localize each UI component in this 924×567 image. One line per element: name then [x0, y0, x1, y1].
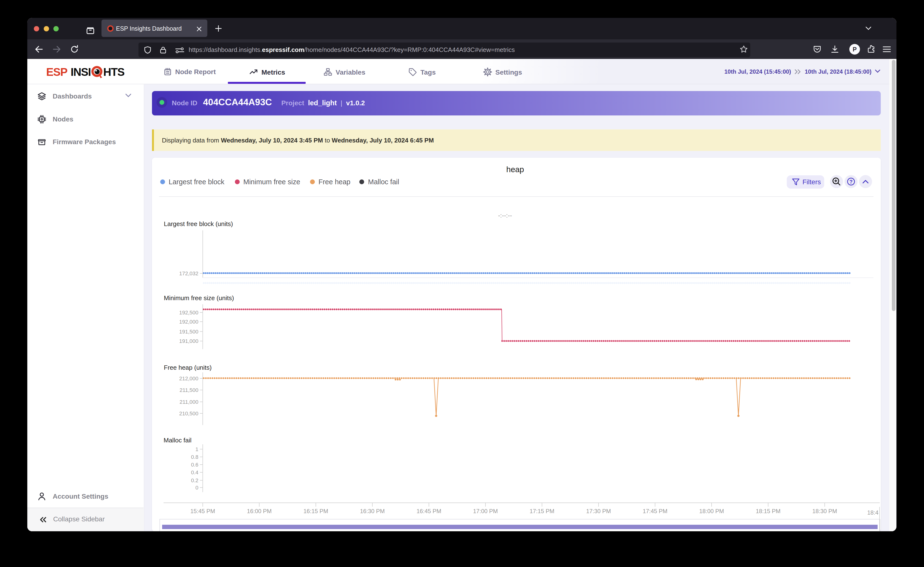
svg-text:16:30 PM: 16:30 PM [360, 508, 385, 514]
svg-text:211,500: 211,500 [180, 387, 198, 393]
svg-text:18:30 PM: 18:30 PM [812, 508, 837, 514]
svg-text:18:15 PM: 18:15 PM [756, 508, 781, 514]
svg-text:0.8: 0.8 [191, 454, 198, 460]
svg-text:17:15 PM: 17:15 PM [530, 508, 554, 514]
svg-text:16:45 PM: 16:45 PM [416, 508, 442, 514]
svg-text:17:45 PM: 17:45 PM [643, 508, 668, 514]
svg-text:1: 1 [195, 446, 198, 452]
svg-text:18:00 PM: 18:00 PM [699, 508, 724, 514]
svg-text:Filters: Filters [802, 178, 821, 186]
svg-text:Free heap: Free heap [319, 178, 350, 186]
svg-text:191,000: 191,000 [179, 338, 198, 344]
svg-text:Minimum free size: Minimum free size [243, 178, 300, 186]
svg-text:15:45 PM: 15:45 PM [191, 508, 215, 514]
svg-text:?: ? [849, 179, 852, 185]
svg-text:Largest free block (units): Largest free block (units) [164, 220, 233, 228]
svg-text:191,500: 191,500 [179, 328, 198, 335]
svg-text:0.2: 0.2 [191, 477, 198, 483]
svg-text:192,500: 192,500 [179, 310, 198, 316]
svg-text:heap: heap [506, 165, 524, 174]
svg-text:17:00 PM: 17:00 PM [473, 508, 498, 514]
svg-text:Minimum free size (units): Minimum free size (units) [164, 294, 234, 302]
svg-text:Malloc fail: Malloc fail [164, 436, 192, 444]
svg-text:18:4: 18:4 [867, 509, 879, 516]
svg-text:0.4: 0.4 [191, 470, 198, 476]
svg-text:Malloc fail: Malloc fail [368, 178, 399, 186]
svg-text:172,032: 172,032 [179, 270, 198, 276]
svg-text:0.6: 0.6 [191, 462, 198, 468]
svg-text:16:00 PM: 16:00 PM [247, 508, 272, 514]
svg-text:211,000: 211,000 [180, 399, 198, 405]
svg-text:17:30 PM: 17:30 PM [586, 508, 611, 514]
svg-text:0: 0 [195, 484, 198, 491]
svg-text:212,000: 212,000 [179, 375, 198, 381]
svg-text:16:15 PM: 16:15 PM [303, 508, 328, 514]
svg-text:-:--:--: -:--:-- [498, 212, 512, 219]
svg-text:Free heap (units): Free heap (units) [164, 364, 212, 371]
svg-text:192,000: 192,000 [179, 319, 198, 325]
svg-text:210,500: 210,500 [179, 411, 198, 417]
svg-text:Largest free block: Largest free block [169, 178, 224, 186]
